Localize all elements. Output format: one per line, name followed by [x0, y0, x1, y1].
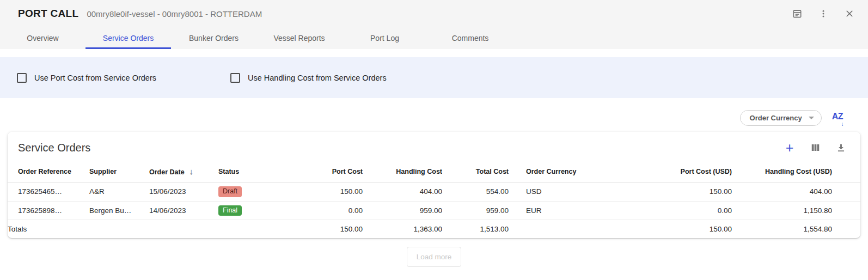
column-header-total-cost[interactable]: Total Cost: [442, 161, 509, 182]
header-title-row: PORT CALL 00mry8le0if-vessel - 00mry8001…: [0, 0, 868, 27]
cell-order-date: 15/06/2023: [149, 182, 218, 202]
column-header-port-cost[interactable]: Port Cost: [288, 161, 363, 182]
cell-port-cost: 0.00: [288, 201, 363, 220]
tab-overview[interactable]: Overview: [0, 27, 85, 49]
status-badge: Draft: [218, 186, 242, 197]
cell-status: Final: [218, 201, 288, 220]
column-header-order-currency[interactable]: Order Currency: [509, 161, 607, 182]
cell-order-currency: EUR: [509, 201, 607, 220]
totals-handling-cost-usd: 1,554.80: [732, 220, 832, 239]
tab-bar: Overview Service Orders Bunker Orders Ve…: [0, 27, 868, 49]
use-port-cost-checkbox[interactable]: [17, 73, 27, 83]
service-orders-actions: +: [783, 141, 847, 154]
use-handling-cost-checkbox[interactable]: [230, 73, 240, 83]
plus-icon: +: [786, 142, 794, 153]
totals-row: Totals 150.00 1,363.00 1,513.00 150.00 1…: [8, 220, 860, 239]
column-header-status[interactable]: Status: [218, 161, 288, 182]
cell-handling-cost: 404.00: [363, 182, 442, 202]
add-service-order-button[interactable]: +: [783, 141, 796, 154]
use-handling-cost-checkbox-group[interactable]: Use Handling Cost from Service Orders: [230, 73, 387, 83]
kebab-menu-icon[interactable]: [817, 7, 830, 20]
sort-alpha-icon[interactable]: AZ: [831, 112, 844, 124]
columns-icon[interactable]: [809, 141, 822, 154]
service-orders-card-header: Service Orders +: [8, 132, 860, 161]
cell-total-cost-usd: 1,150.80: [832, 201, 860, 220]
cell-handling-cost: 959.00: [363, 201, 442, 220]
totals-total-cost: 1,513.00: [442, 220, 509, 239]
cell-supplier: A&R: [89, 182, 149, 202]
page-title: PORT CALL: [18, 8, 78, 20]
calendar-icon[interactable]: [791, 7, 804, 20]
column-header-supplier[interactable]: Supplier: [89, 161, 149, 182]
column-header-order-reference[interactable]: Order Reference: [8, 161, 89, 182]
table-toolbar: Order Currency AZ: [0, 109, 844, 126]
totals-total-cost-usd: 1,704.80: [832, 220, 860, 239]
cell-status: Draft: [218, 182, 288, 202]
table-row[interactable]: 173625465… A&R 15/06/2023 Draft 150.00 4…: [8, 182, 860, 202]
tab-vessel-reports[interactable]: Vessel Reports: [256, 27, 342, 49]
service-orders-title: Service Orders: [18, 142, 90, 154]
use-port-cost-label: Use Port Cost from Service Orders: [34, 74, 156, 82]
cell-total-cost: 959.00: [442, 201, 509, 220]
cell-order-reference[interactable]: 173625898…: [8, 201, 89, 220]
cell-order-currency: USD: [509, 182, 607, 202]
sort-desc-arrow-icon: ↓: [190, 167, 194, 176]
close-icon[interactable]: [843, 7, 856, 20]
tab-port-log[interactable]: Port Log: [342, 27, 427, 49]
cell-handling-cost-usd: 1,150.80: [732, 201, 832, 220]
column-header-order-date[interactable]: Order Date↓: [149, 161, 218, 182]
cell-port-cost-usd: 150.00: [607, 182, 732, 202]
cell-total-cost: 554.00: [442, 182, 509, 202]
group-by-dropdown[interactable]: Order Currency: [740, 110, 822, 126]
service-orders-card: Service Orders +: [8, 132, 860, 238]
column-header-total-cost-usd[interactable]: Total Cost (USD): [832, 161, 860, 182]
column-header-port-cost-usd[interactable]: Port Cost (USD): [607, 161, 732, 182]
tab-bunker-orders[interactable]: Bunker Orders: [171, 27, 256, 49]
port-call-header: PORT CALL 00mry8le0if-vessel - 00mry8001…: [0, 0, 868, 49]
status-badge: Final: [218, 205, 242, 216]
tab-comments[interactable]: Comments: [427, 27, 513, 49]
totals-label: Totals: [8, 220, 89, 239]
totals-port-cost-usd: 150.00: [607, 220, 732, 239]
cell-order-reference[interactable]: 173625465…: [8, 182, 89, 202]
cell-total-cost-usd: 554.00: [832, 182, 860, 202]
totals-order-currency: [509, 220, 607, 239]
column-header-handling-cost-usd[interactable]: Handling Cost (USD): [732, 161, 832, 182]
totals-port-cost: 150.00: [288, 220, 363, 239]
cell-handling-cost-usd: 404.00: [732, 182, 832, 202]
download-icon[interactable]: [834, 141, 847, 154]
group-by-dropdown-label: Order Currency: [750, 114, 802, 122]
cell-port-cost: 150.00: [288, 182, 363, 202]
column-header-handling-cost[interactable]: Handling Cost: [363, 161, 442, 182]
header-actions: [791, 7, 856, 20]
cell-supplier: Bergen Bu…: [89, 201, 149, 220]
pagination-area: Load more: [0, 247, 868, 267]
use-handling-cost-label: Use Handling Cost from Service Orders: [248, 74, 387, 82]
page-subtitle: 00mry8le0if-vessel - 00mry8001 - ROTTERD…: [87, 9, 262, 19]
cell-port-cost-usd: 0.00: [607, 201, 732, 220]
table-row[interactable]: 173625898… Bergen Bu… 14/06/2023 Final 0…: [8, 201, 860, 220]
service-orders-table: Order Reference Supplier Order Date↓ Sta…: [8, 161, 860, 238]
chevron-down-icon: [809, 117, 814, 119]
totals-handling-cost: 1,363.00: [363, 220, 442, 239]
table-header-row: Order Reference Supplier Order Date↓ Sta…: [8, 161, 860, 182]
use-port-cost-checkbox-group[interactable]: Use Port Cost from Service Orders: [17, 73, 156, 83]
cost-options-band: Use Port Cost from Service Orders Use Ha…: [0, 57, 868, 98]
tab-service-orders[interactable]: Service Orders: [85, 27, 171, 49]
load-more-button[interactable]: Load more: [407, 247, 462, 267]
cell-order-date: 14/06/2023: [149, 201, 218, 220]
